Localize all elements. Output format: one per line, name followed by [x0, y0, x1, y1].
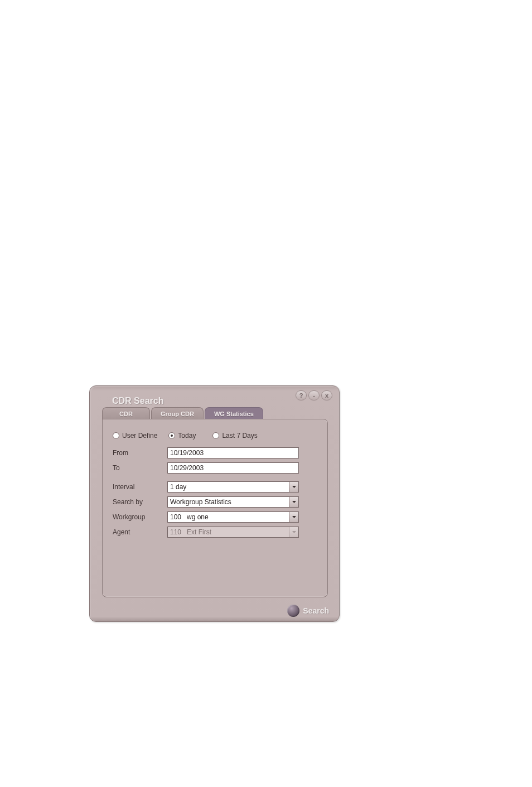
- row-search-by: Search by: [113, 496, 317, 508]
- workgroup-select[interactable]: [167, 511, 299, 523]
- row-to: To: [113, 462, 317, 474]
- help-button[interactable]: ?: [296, 390, 307, 400]
- row-from: From: [113, 447, 317, 458]
- interval-label: Interval: [113, 483, 167, 491]
- window-title: CDR Search: [112, 396, 163, 406]
- close-button[interactable]: x: [321, 390, 332, 400]
- radio-icon: [212, 432, 219, 439]
- titlebar-buttons: ? - x: [296, 390, 332, 400]
- form-panel: User Define Today Last 7 Days From To In…: [102, 419, 328, 597]
- workgroup-label: Workgroup: [113, 513, 167, 521]
- radio-label: Last 7 Days: [222, 432, 257, 440]
- svg-marker-2: [292, 516, 296, 518]
- tabs: CDR Group CDR WG Statistics: [102, 407, 263, 419]
- from-input[interactable]: [167, 447, 299, 458]
- chevron-down-icon: [289, 527, 298, 537]
- row-agent: Agent: [113, 527, 317, 538]
- chevron-down-icon[interactable]: [289, 512, 298, 522]
- svg-marker-3: [292, 531, 296, 533]
- to-label: To: [113, 464, 167, 472]
- search-label: Search: [303, 606, 329, 615]
- row-interval: Interval: [113, 481, 317, 493]
- radio-icon: [113, 432, 119, 439]
- radio-label: Today: [178, 432, 196, 440]
- interval-select[interactable]: [167, 481, 299, 493]
- radio-today[interactable]: Today: [168, 432, 196, 440]
- date-range-radio-group: User Define Today Last 7 Days: [113, 432, 317, 440]
- search-ball-icon: [287, 605, 299, 617]
- svg-marker-0: [292, 486, 296, 488]
- agent-select: [167, 527, 299, 538]
- minimize-button[interactable]: -: [308, 390, 320, 400]
- cdr-search-window: ? - x CDR Search CDR Group CDR WG Statis…: [89, 385, 340, 622]
- tab-group-cdr[interactable]: Group CDR: [151, 407, 204, 419]
- row-workgroup: Workgroup: [113, 511, 317, 523]
- tab-wg-statistics[interactable]: WG Statistics: [205, 407, 263, 419]
- agent-label: Agent: [113, 528, 167, 536]
- svg-marker-1: [292, 501, 296, 503]
- chevron-down-icon[interactable]: [289, 482, 298, 492]
- search-by-label: Search by: [113, 498, 167, 506]
- tab-cdr[interactable]: CDR: [102, 407, 150, 419]
- search-button[interactable]: Search: [287, 605, 329, 617]
- radio-icon: [168, 432, 175, 439]
- radio-last-7-days[interactable]: Last 7 Days: [212, 432, 257, 440]
- to-input[interactable]: [167, 462, 299, 474]
- from-label: From: [113, 449, 167, 457]
- search-by-select[interactable]: [167, 496, 299, 508]
- radio-user-define[interactable]: User Define: [113, 432, 157, 440]
- chevron-down-icon[interactable]: [289, 497, 298, 507]
- radio-label: User Define: [122, 432, 157, 440]
